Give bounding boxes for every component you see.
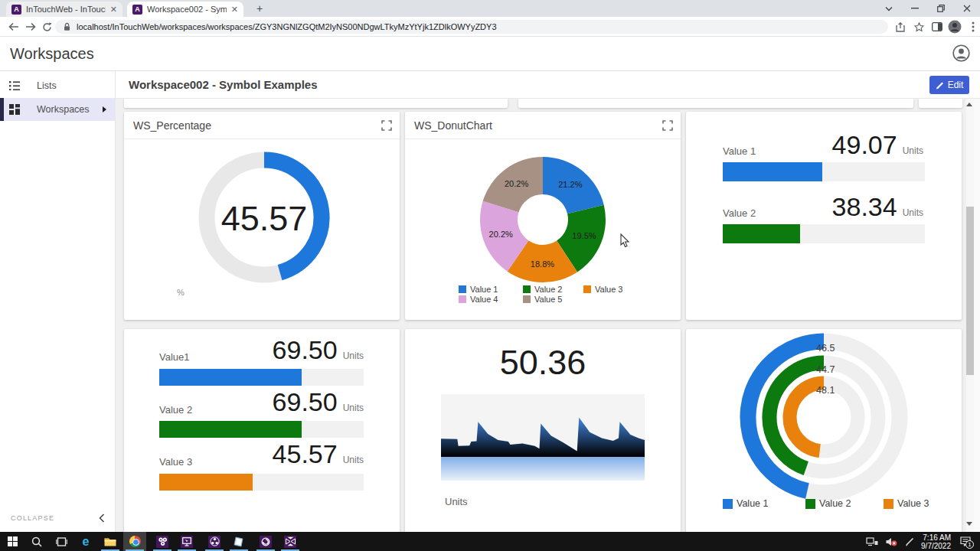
legend-label: Value 1 (470, 285, 498, 294)
new-tab-button[interactable]: + (253, 3, 266, 15)
bookmark-star-icon[interactable] (912, 20, 926, 34)
bar-track (159, 369, 364, 386)
legend-swatch (459, 285, 466, 293)
bar-fill (159, 421, 302, 438)
browser-tab-1[interactable]: A InTouchWeb - InTouch Introducti ✕ (6, 2, 122, 17)
list-icon (9, 81, 20, 90)
bar-label: Value 3 (159, 456, 192, 468)
bar-fill (159, 369, 302, 386)
legend-item[interactable]: Value 4 (459, 295, 498, 304)
legend-item[interactable]: Value 3 (583, 285, 623, 294)
bar-label: Value 1 (723, 145, 756, 157)
sidebar-item-workspaces[interactable]: Workspaces (0, 98, 116, 121)
browser-profile-avatar[interactable] (948, 20, 962, 34)
tab-search-chevron-icon[interactable] (876, 0, 902, 17)
notification-badge: 1 (965, 540, 974, 549)
file-explorer-icon[interactable] (99, 532, 122, 551)
bar-fill (723, 224, 800, 243)
url-text: localhost/InTouchWeb/workspaces/workspac… (77, 22, 497, 31)
app-gears-icon[interactable] (151, 532, 174, 551)
bar-unit: Units (343, 403, 364, 413)
legend-swatch (459, 295, 466, 303)
window-close-button[interactable] (954, 0, 980, 17)
bar-value-row: 69.50 Units (273, 389, 364, 415)
action-center-icon[interactable]: 1 (960, 536, 971, 546)
widget-value-bars-left: Value1 69.50 Units Value 2 69.50 Units V… (124, 329, 400, 532)
bar-track (723, 162, 925, 181)
bar-value-row: 69.50 Units (273, 337, 364, 363)
legend-swatch (523, 285, 531, 293)
clock-time: 7:16 AM (921, 533, 951, 542)
dashboard-canvas: WS_Percentage 45.57 % WS_DonutChart 21.2… (116, 99, 980, 532)
legend-swatch (583, 285, 591, 293)
bar-value: 45.57 (273, 441, 338, 467)
bar-unit: Units (903, 207, 923, 218)
system-tray: 7:16 AM 9/7/2022 1 (866, 532, 980, 551)
legend-item[interactable]: Value 2 (523, 285, 563, 294)
browser-toolbar: localhost/InTouchWeb/workspaces/workspac… (0, 17, 980, 37)
app-spiral-icon[interactable] (254, 532, 277, 551)
back-icon[interactable] (7, 20, 21, 34)
tab-close-icon[interactable]: ✕ (231, 5, 238, 14)
sidebar-item-lists[interactable]: Lists (0, 74, 116, 97)
share-icon[interactable] (894, 20, 908, 34)
widget-title: WS_Percentage (133, 119, 211, 132)
svg-text:20.2%: 20.2% (489, 230, 513, 239)
start-button[interactable] (1, 532, 24, 551)
fullscreen-icon[interactable] (662, 120, 673, 131)
taskbar-clock[interactable]: 7:16 AM 9/7/2022 (921, 533, 951, 550)
app-monitor-icon[interactable] (175, 532, 198, 551)
sidebar-collapse[interactable]: COLLAPSE (0, 510, 116, 526)
app-bowtie-icon[interactable] (279, 532, 302, 551)
app-gear-cluster-icon[interactable] (203, 532, 226, 551)
chrome-icon-active[interactable] (123, 532, 146, 551)
legend-item[interactable]: Value 5 (523, 295, 563, 304)
legend-item[interactable]: Value 2 (805, 498, 851, 509)
forward-icon[interactable] (24, 20, 38, 34)
pen-icon[interactable] (905, 537, 915, 546)
scrollbar-down-arrow[interactable] (966, 522, 972, 526)
bar-track (723, 224, 925, 243)
reload-icon[interactable] (40, 20, 54, 34)
edit-button[interactable]: Edit (929, 76, 969, 94)
task-view-icon[interactable] (50, 532, 73, 551)
grid-icon (9, 104, 20, 115)
widget-header: WS_DonutChart (405, 112, 681, 139)
scrollbar-up-arrow[interactable] (966, 103, 972, 106)
widget-trend-sparkline: 50.36 Units (405, 329, 681, 532)
bar-track (159, 474, 364, 491)
account-circle-icon[interactable] (952, 44, 970, 62)
legend-item[interactable]: Value 1 (459, 285, 498, 294)
browser-tab-2-active[interactable]: A Workspace002 - Symbol Examp ✕ (127, 2, 243, 17)
app-notepad-icon[interactable] (227, 532, 250, 551)
submenu-arrow-icon (103, 106, 106, 112)
network-icon[interactable] (866, 537, 878, 546)
legend-item[interactable]: Value 3 (884, 498, 929, 509)
legend-swatch (805, 499, 815, 509)
fullscreen-icon[interactable] (381, 120, 392, 131)
legend-item[interactable]: Value 1 (723, 498, 768, 509)
legend-label: Value 2 (534, 285, 563, 294)
scrollbar-thumb[interactable] (966, 207, 974, 375)
widget-ws-percentage: WS_Percentage 45.57 % (124, 112, 400, 320)
bar-value: 38.34 (832, 194, 897, 220)
bar-track (159, 421, 364, 438)
svg-text:46.5: 46.5 (816, 343, 835, 354)
tab-close-icon[interactable]: ✕ (110, 5, 117, 14)
taskbar-search-icon[interactable] (25, 532, 48, 551)
side-panel-icon[interactable] (930, 20, 944, 34)
legend-swatch (884, 499, 893, 509)
window-minimize-button[interactable] (902, 0, 928, 17)
bar-unit: Units (343, 350, 364, 361)
url-bar[interactable]: localhost/InTouchWeb/workspaces/workspac… (55, 20, 888, 34)
card-partial (124, 99, 508, 108)
bar-fill (723, 162, 822, 181)
volume-muted-icon[interactable] (886, 537, 897, 546)
window-restore-button[interactable] (928, 0, 954, 17)
legend-label: Value 3 (897, 498, 929, 509)
pencil-icon (936, 81, 944, 90)
bar-value: 49.07 (832, 132, 897, 158)
internet-explorer-icon[interactable]: e (74, 532, 97, 551)
area-chart (441, 394, 645, 481)
browser-menu-dots-icon[interactable] (966, 20, 980, 34)
